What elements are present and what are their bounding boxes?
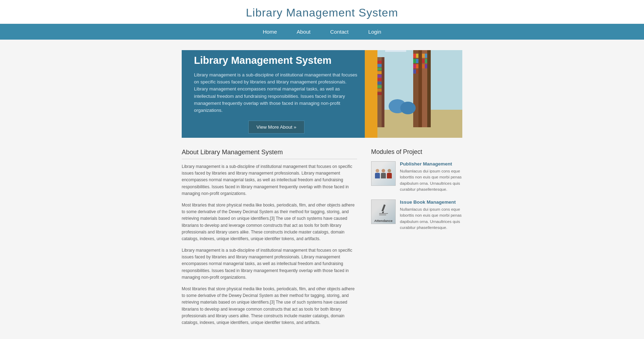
svg-rect-35	[385, 50, 406, 52]
hero-section: Library Management System Library manage…	[182, 50, 462, 138]
svg-rect-25	[413, 69, 416, 74]
svg-rect-16	[418, 50, 422, 127]
library-image-sim	[371, 50, 462, 138]
hero-content: Library Management System Library manage…	[182, 50, 371, 138]
svg-rect-30	[425, 59, 427, 63]
svg-rect-22	[416, 59, 418, 63]
person-body-2	[381, 173, 386, 178]
svg-rect-6	[377, 64, 382, 67]
people-icon	[372, 166, 395, 181]
site-title: Library Management System	[0, 6, 644, 19]
svg-rect-29	[422, 59, 425, 63]
nav-item-contact[interactable]: Contact	[320, 24, 358, 40]
svg-point-34	[400, 102, 416, 114]
module-title-publisher[interactable]: Publisher Management	[400, 161, 462, 167]
about-section: About Library Management System Library …	[182, 148, 357, 331]
svg-rect-14	[377, 92, 382, 95]
library-svg	[371, 50, 462, 138]
attendance-icon	[375, 201, 392, 218]
about-para-3: Library management is a sub-discipline o…	[182, 247, 357, 281]
person-3	[387, 169, 392, 178]
person-body-3	[387, 173, 392, 178]
person-head-2	[382, 169, 385, 172]
nav-item-home[interactable]: Home	[253, 24, 287, 40]
svg-rect-11	[377, 82, 382, 84]
person-2	[381, 169, 386, 178]
hero-image	[371, 50, 462, 138]
about-para-1: Library management is a sub-discipline o…	[182, 163, 357, 197]
site-header: Library Management System	[0, 0, 644, 24]
nav-item-login[interactable]: Login	[358, 24, 391, 40]
svg-rect-23	[413, 64, 416, 68]
person-head-3	[388, 169, 391, 172]
module-desc-issue: Nullamlacus dui ipsum cons eque lobortti…	[400, 206, 462, 231]
about-heading: About Library Management System	[182, 148, 357, 159]
svg-rect-32	[425, 64, 427, 68]
svg-rect-20	[416, 54, 418, 58]
modules-section: Modules of Project	[371, 148, 462, 331]
svg-rect-19	[413, 54, 416, 58]
svg-rect-8	[377, 71, 382, 74]
svg-rect-24	[416, 64, 418, 68]
about-para-2: Most libraries that store physical media…	[182, 202, 357, 242]
svg-rect-38	[379, 213, 388, 214]
hero-description: Library management is a sub-discipline o…	[194, 72, 359, 114]
svg-rect-9	[377, 75, 382, 77]
nav-link-about[interactable]: About	[287, 24, 321, 40]
hero-title: Library Management System	[194, 54, 359, 67]
svg-rect-31	[422, 64, 425, 68]
svg-rect-26	[416, 69, 418, 74]
nav-link-contact[interactable]: Contact	[320, 24, 358, 40]
svg-rect-13	[377, 89, 382, 91]
nav-link-login[interactable]: Login	[358, 24, 391, 40]
module-title-issue[interactable]: Issue Book Management	[400, 199, 462, 205]
nav-item-about[interactable]: About	[287, 24, 321, 40]
nav-link-home[interactable]: Home	[253, 24, 287, 40]
svg-rect-36	[382, 204, 386, 211]
modules-heading: Modules of Project	[371, 148, 462, 156]
svg-rect-7	[377, 68, 382, 70]
view-more-button[interactable]: View More About »	[248, 121, 304, 134]
module-thumb-issue: Attendance	[371, 199, 396, 224]
module-item-issue: Attendance Issue Book Management Nullaml…	[371, 199, 462, 231]
svg-rect-28	[425, 54, 427, 58]
svg-rect-18	[427, 50, 431, 127]
hero-wrapper: Library Management System Library manage…	[178, 50, 466, 138]
svg-rect-39	[379, 215, 386, 215]
svg-rect-27	[422, 54, 425, 58]
thumb-label-attendance: Attendance	[374, 219, 393, 223]
module-desc-publisher: Nullamlacus dui ipsum cons eque lobortti…	[400, 168, 462, 192]
person-1	[375, 169, 380, 178]
person-body-1	[375, 173, 380, 178]
svg-rect-12	[377, 85, 382, 88]
module-info-issue: Issue Book Management Nullamlacus dui ip…	[400, 199, 462, 231]
pen-svg	[376, 203, 390, 217]
main-content: About Library Management System Library …	[178, 148, 466, 331]
about-para-4: Most libraries that store physical media…	[182, 286, 357, 326]
module-thumb-publisher	[371, 161, 396, 186]
main-nav: Home About Contact Login	[0, 24, 644, 40]
svg-rect-21	[413, 59, 416, 63]
person-head-1	[376, 169, 379, 172]
svg-rect-4	[382, 57, 384, 127]
module-info-publisher: Publisher Management Nullamlacus dui ips…	[400, 161, 462, 192]
module-item-publisher: Publisher Management Nullamlacus dui ips…	[371, 161, 462, 192]
svg-rect-5	[377, 61, 382, 63]
svg-rect-10	[377, 78, 382, 81]
